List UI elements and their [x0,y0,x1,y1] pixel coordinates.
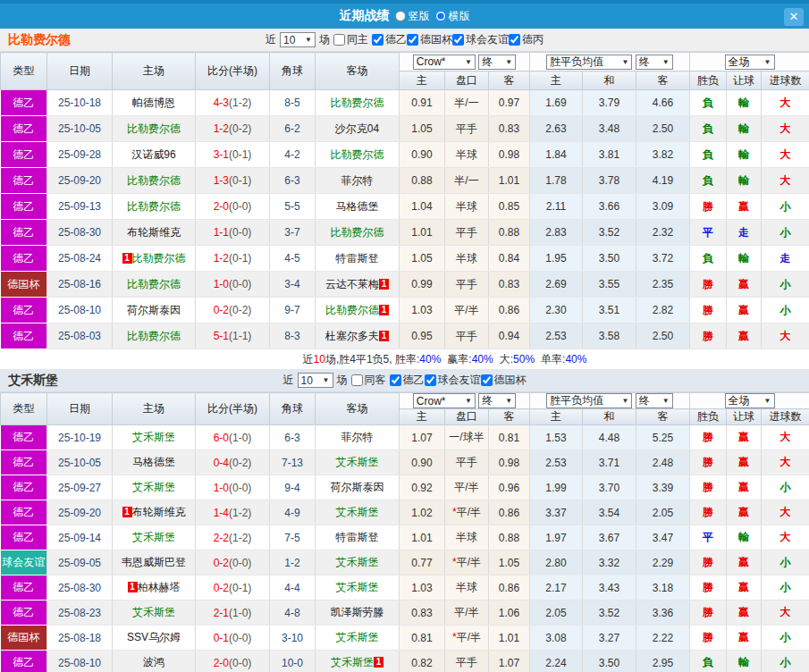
away-team[interactable]: 菲尔特 [316,168,400,194]
league-label: 德乙 [385,32,407,47]
same-away-checkbox[interactable] [351,374,363,386]
home-team[interactable]: 韦恩威斯巴登 [113,550,196,575]
home-team[interactable]: 马格德堡 [113,450,196,475]
home-team[interactable]: 1布轮斯维克 [113,500,196,525]
home-team[interactable]: 帕德博恩 [113,90,196,116]
result-handicap: 贏 [727,272,762,298]
avg-time-select[interactable]: 终▼ [636,393,673,408]
away-team[interactable]: 云达不莱梅1 [316,272,400,298]
home-team[interactable]: 波鸿 [113,651,196,672]
away-team[interactable]: 艾禾斯堡1 [316,651,400,672]
col-handicap-away: 客 [489,409,530,425]
scope-select[interactable]: 全场▼ [725,55,775,70]
handicap-header: Crow*▼ 终▼ [400,53,530,71]
league-checkbox[interactable] [509,34,520,46]
league-checkbox[interactable] [425,374,436,386]
handicap-line: 半球 [445,142,489,168]
team1-name[interactable]: 比勒费尔德 [8,32,71,48]
team2-name[interactable]: 艾禾斯堡 [8,373,58,389]
away-team[interactable]: 杜塞尔多夫1 [316,323,400,349]
home-team[interactable]: 1比勒费尔德 [113,246,196,272]
handicap-odds-away: 0.86 [489,575,530,601]
away-team-name: 菲尔特 [341,431,374,443]
home-team[interactable]: 汉诺威96 [113,142,196,168]
result-handicap: 贏 [727,450,762,475]
league-badge: 德国杯 [1,626,47,651]
home-team[interactable]: 比勒费尔德 [113,168,196,194]
home-team[interactable]: 1柏林赫塔 [113,575,196,601]
match-date: 25-08-24 [47,246,113,272]
away-team[interactable]: 菲尔特 [316,425,400,450]
league-filter[interactable]: 德国杯 [407,32,452,47]
away-team[interactable]: 特雷斯登 [316,246,400,272]
league-checkbox[interactable] [452,34,464,46]
away-team[interactable]: 特雷斯登 [316,525,400,550]
home-team-name: SSV乌尔姆 [127,631,181,643]
handicap-odds-home: 0.95 [400,323,445,349]
home-team[interactable]: 艾禾斯堡 [113,525,196,550]
col-result-wdl: 胜负 [690,409,727,425]
corners: 3-7 [270,220,316,246]
away-team[interactable]: 艾禾斯堡 [316,626,400,651]
away-team[interactable]: 沙尔克04 [316,116,400,142]
home-team[interactable]: 布轮斯维克 [113,220,196,246]
league-checkbox[interactable] [372,34,383,46]
away-team[interactable]: 艾禾斯堡 [316,550,400,575]
same-away-filter[interactable]: 同客 [351,373,386,388]
col-away: 客场 [316,393,400,425]
away-team[interactable]: 艾禾斯堡 [316,450,400,475]
avg-odds-select[interactable]: 胜平负均值▼ [546,393,632,408]
league-checkbox[interactable] [407,34,418,46]
handicap-time-select[interactable]: 终▼ [478,55,516,70]
home-team[interactable]: 艾禾斯堡 [113,425,196,450]
away-team[interactable]: 比勒费尔德 [316,220,400,246]
away-team[interactable]: 马格德堡 [316,194,400,220]
home-team[interactable]: 比勒费尔德 [113,272,196,298]
match-row: 德乙25-09-14艾禾斯堡2-2(1-2)7-5特雷斯登1.01半球0.881… [1,525,809,550]
home-team[interactable]: 比勒费尔德 [113,116,196,142]
home-team[interactable]: 荷尔斯泰因 [113,298,196,323]
league-checkbox[interactable] [481,374,493,386]
layout-radio-vertical[interactable] [395,11,406,21]
league-filter[interactable]: 德国杯 [481,373,527,388]
handicap-line: *平/半 [445,500,489,525]
home-team[interactable]: 比勒费尔德 [113,194,196,220]
away-team[interactable]: 比勒费尔德 [316,90,400,116]
away-team[interactable]: 比勒费尔德 [316,142,400,168]
handicap-time-select[interactable]: 终▼ [478,393,516,408]
home-team[interactable]: 艾禾斯堡 [113,601,196,626]
away-team[interactable]: 比勒费尔德1 [316,298,400,323]
col-avg-win: 主 [530,71,583,90]
scope-select[interactable]: 全场▼ [725,393,775,408]
away-team[interactable]: 凯泽斯劳滕 [316,601,400,626]
avg-odds-select[interactable]: 胜平负均值▼ [546,55,632,70]
bookmaker-select[interactable]: Crow*▼ [413,55,476,70]
bookmaker-select[interactable]: Crow*▼ [413,393,476,408]
away-team[interactable]: 艾禾斯堡 [316,575,400,601]
league-filter[interactable]: 德乙 [372,32,407,47]
league-filter[interactable]: 球会友谊 [425,373,481,388]
layout-radio-horizontal[interactable] [435,11,446,21]
league-filter[interactable]: 德乙 [390,373,425,388]
same-home-checkbox[interactable] [333,34,345,46]
handicap-odds-home: 1.05 [400,116,445,142]
same-home-filter[interactable]: 同主 [333,32,368,47]
league-filter[interactable]: 球会友谊 [452,32,509,47]
handicap-line: 半球 [445,246,489,272]
col-score: 比分(半场) [196,393,270,425]
close-icon[interactable]: ✕ [784,8,804,26]
league-checkbox[interactable] [390,374,401,386]
league-filter[interactable]: 德丙 [509,32,544,47]
home-team[interactable]: 艾禾斯堡 [113,475,196,500]
match-row: 德乙25-08-23艾禾斯堡2-1(1-0)4-8凯泽斯劳滕0.83平/半1.0… [1,601,809,626]
home-team[interactable]: SSV乌尔姆 [113,626,196,651]
avg-time-select[interactable]: 终▼ [636,55,673,70]
home-team[interactable]: 比勒费尔德 [113,323,196,349]
near-count-select[interactable]: 10▼ [298,373,333,388]
away-team[interactable]: 荷尔斯泰因 [316,475,400,500]
layout-vertical-option[interactable]: 竖版 [395,9,430,24]
near-count-select[interactable]: 10▼ [280,32,316,47]
layout-horizontal-option[interactable]: 横版 [435,9,470,24]
same-home-label: 同主 [347,32,368,47]
away-team[interactable]: 艾禾斯堡 [316,500,400,525]
